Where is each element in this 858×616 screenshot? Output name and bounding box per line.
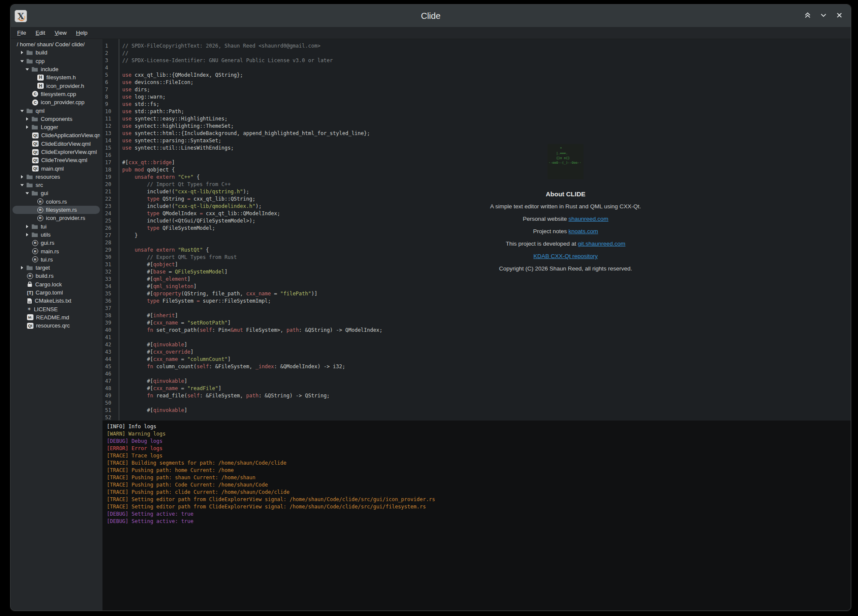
about-link-git-shaunreed-com[interactable]: git.shaunreed.com xyxy=(578,240,626,247)
line-number: 46 xyxy=(105,370,119,378)
chevron-expanded-icon[interactable] xyxy=(25,191,29,195)
code-line: #[qproperty(QString, file_path, cxx_name… xyxy=(122,290,851,297)
tree-item-resources-qrc[interactable]: Qtresources.qrc xyxy=(12,322,100,330)
code-editor-pane[interactable]: 1234567891011121314151617181920212223242… xyxy=(102,39,851,421)
tree-item-logger[interactable]: Logger xyxy=(12,123,100,131)
folder-icon xyxy=(26,265,33,270)
code-line: use syntect::parsing::SyntaxSet; xyxy=(122,137,851,144)
tree-item-icon-provider-cpp[interactable]: Cicon_provider.cpp xyxy=(12,98,100,106)
line-number: 52 xyxy=(105,414,119,421)
window-controls xyxy=(803,5,844,27)
chevron-expanded-icon[interactable] xyxy=(25,67,29,71)
tree-item-main-qml[interactable]: Qtmain.qml xyxy=(12,164,100,172)
chevron-collapsed-icon[interactable] xyxy=(25,225,29,228)
tree-item-label: gui xyxy=(41,190,48,196)
tree-item-src[interactable]: src xyxy=(12,181,100,189)
cpp-file-icon: C xyxy=(32,91,38,97)
main-content: / home/ shaun/ Code/ clide/buildcppinclu… xyxy=(11,39,851,610)
tree-item-readme-md[interactable]: M↓README.md xyxy=(12,313,100,322)
tree-item-resources[interactable]: resources xyxy=(12,173,100,181)
rs-file-icon: R xyxy=(32,256,38,262)
tree-item-clideeditorview-qml[interactable]: QtClideEditorView.qml xyxy=(12,140,100,148)
tree-item-license[interactable]: ✶LICENSE xyxy=(12,305,100,313)
code-line: #[qinvokable] xyxy=(122,378,851,385)
chevron-collapsed-icon[interactable] xyxy=(20,175,24,179)
tree-item-qml[interactable]: qml xyxy=(12,106,100,114)
chevron-expanded-icon[interactable] xyxy=(20,59,24,63)
tree-item-target[interactable]: target xyxy=(12,264,100,272)
tree-item-icon-provider-rs[interactable]: Ricon_provider.rs xyxy=(12,214,100,222)
line-number: 19 xyxy=(105,174,119,181)
folder-icon xyxy=(31,224,38,229)
title-bar[interactable]: X Clide xyxy=(11,5,851,27)
tree-item-utils[interactable]: utils xyxy=(12,231,100,239)
tree-item-gui[interactable]: gui xyxy=(12,189,100,197)
tree-item-include[interactable]: include xyxy=(12,65,100,73)
about-row-3: This project is developed at git.shaunre… xyxy=(463,237,668,250)
menu-file[interactable]: File xyxy=(16,29,27,37)
tree-item-gui-rs[interactable]: Rgui.rs xyxy=(12,239,100,247)
chevron-expanded-icon[interactable] xyxy=(20,109,24,113)
line-number-gutter: 1234567891011121314151617181920212223242… xyxy=(102,39,119,421)
line-number: 4 xyxy=(105,64,119,72)
line-number: 31 xyxy=(105,261,119,268)
tree-item-cmakelists-txt[interactable]: CMakeLists.txt xyxy=(12,297,100,305)
tree-item-build-rs[interactable]: Rbuild.rs xyxy=(12,272,100,280)
code-line: use log::warn; xyxy=(122,93,851,101)
cpp-file-icon: C xyxy=(32,99,38,105)
line-number: 50 xyxy=(105,400,119,407)
tree-item-label: ClideTreeView.qml xyxy=(41,157,87,163)
code-line xyxy=(122,64,851,72)
tree-item-clidetreeview-qml[interactable]: QtClideTreeView.qml xyxy=(12,156,100,164)
tree-item-filesystem-h[interactable]: Hfilesystem.h xyxy=(12,73,100,81)
about-link-knoats-com[interactable]: knoats.com xyxy=(569,228,598,234)
log-line-trace: [TRACE] Pushing path: Code Current: /hom… xyxy=(107,481,851,489)
qt-file-icon: Qt xyxy=(32,141,39,147)
chevron-collapsed-icon[interactable] xyxy=(25,117,29,121)
menu-help[interactable]: Help xyxy=(75,29,89,37)
menu-edit[interactable]: Edit xyxy=(34,29,46,37)
line-number: 13 xyxy=(105,130,119,137)
h-file-icon: H xyxy=(37,75,44,81)
tree-item-label: main.qml xyxy=(41,165,64,172)
menu-view[interactable]: View xyxy=(53,29,68,37)
minimize-button[interactable] xyxy=(819,11,828,21)
chevron-collapsed-icon[interactable] xyxy=(25,125,29,129)
tree-item-tui[interactable]: tui xyxy=(12,222,100,231)
tree-item-label: filesystem.cpp xyxy=(41,91,76,97)
tree-item-filesystem-rs[interactable]: Rfilesystem.rs xyxy=(12,206,100,214)
qt-file-icon: Qt xyxy=(32,157,39,163)
file-tree-sidebar[interactable]: / home/ shaun/ Code/ clide/buildcppinclu… xyxy=(11,39,102,610)
log-panel[interactable]: [INFO] Info logs[WARN] Warning logs[DEBU… xyxy=(102,421,851,610)
close-button[interactable] xyxy=(834,11,844,21)
about-link-kdab-cxx-qt-repository[interactable]: KDAB CXX-Qt repository xyxy=(533,253,598,259)
chevron-expanded-icon[interactable] xyxy=(20,183,24,187)
tree-item-label: build.rs xyxy=(36,273,54,279)
rs-file-icon: R xyxy=(37,198,43,204)
tree-item-main-rs[interactable]: Rmain.rs xyxy=(12,247,100,255)
tree-item-clideapplicationview-qml[interactable]: QtClideApplicationView.qml xyxy=(12,131,100,139)
rs-file-icon: R xyxy=(27,273,33,279)
chevron-collapsed-icon[interactable] xyxy=(25,233,29,237)
code-line: use dirs; xyxy=(122,86,851,93)
tree-item-colors-rs[interactable]: Rcolors.rs xyxy=(12,198,100,206)
tree-item-tui-rs[interactable]: Rtui.rs xyxy=(12,255,100,264)
tree-item-icon-provider-h[interactable]: Hicon_provider.h xyxy=(12,81,100,90)
line-number: 35 xyxy=(105,290,119,297)
tree-item-clideexplorerview-qml[interactable]: QtClideExplorerView.qml xyxy=(12,148,100,156)
shade-button[interactable] xyxy=(803,11,812,21)
tree-item-cargo-toml[interactable]: [T]Cargo.toml xyxy=(12,288,100,297)
tree-item-build[interactable]: build xyxy=(12,48,100,57)
chevron-collapsed-icon[interactable] xyxy=(20,266,24,270)
chevron-collapsed-icon[interactable] xyxy=(20,51,24,54)
about-link-shaunreed-com[interactable]: shaunreed.com xyxy=(569,216,608,222)
tree-item-filesystem-cpp[interactable]: Cfilesystem.cpp xyxy=(12,90,100,98)
tree-item-cpp[interactable]: cpp xyxy=(12,57,100,65)
menu-bar: FileEditViewHelp xyxy=(11,27,851,39)
about-row-0: A simple text editor written in Rust and… xyxy=(463,200,668,213)
tree-item-cargo-lock[interactable]: Cargo.lock xyxy=(12,280,100,288)
code-line: #[qml_element] xyxy=(122,276,851,283)
tree-item-components[interactable]: Components xyxy=(12,115,100,123)
line-number: 16 xyxy=(105,152,119,159)
tree-item-label: Logger xyxy=(41,124,58,130)
